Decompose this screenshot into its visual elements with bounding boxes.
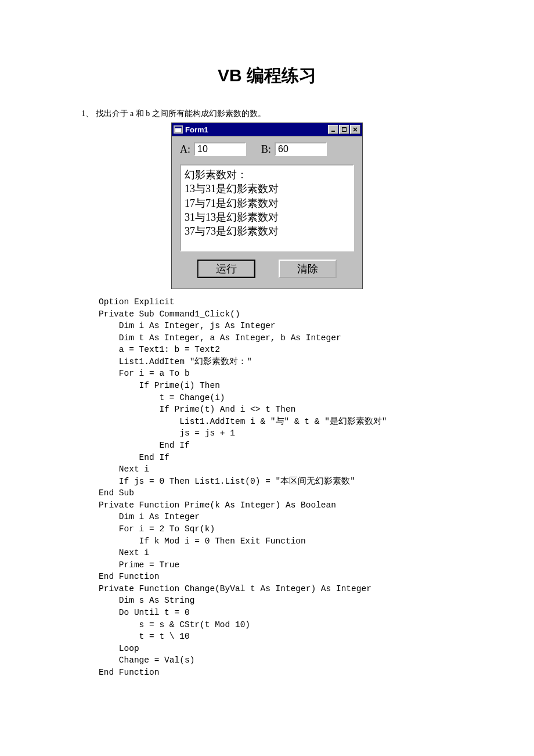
result-listbox[interactable]: 幻影素数对： 13与31是幻影素数对 17与71是幻影素数对 31与13是幻影素…	[180, 164, 354, 251]
list-item: 37与73是幻影素数对	[185, 224, 349, 238]
window-titlebar: Form1	[172, 123, 362, 136]
form-body: A: B: 幻影素数对： 13与31是幻影素数对 17与71是幻影素数对 31与…	[172, 136, 362, 289]
list-item: 幻影素数对：	[185, 168, 349, 182]
run-button[interactable]: 运行	[197, 260, 255, 278]
title-zh: 编程练习	[247, 66, 316, 85]
title-en: VB	[218, 66, 242, 85]
label-a: A:	[180, 143, 190, 156]
page-title: VB 编程练习	[81, 64, 453, 88]
minimize-button[interactable]	[328, 125, 338, 134]
svg-rect-1	[175, 127, 182, 128]
button-row: 运行 清除	[180, 260, 354, 280]
problem-statement: 1、 找出介于 a 和 b 之间所有能构成幻影素数的数。	[81, 109, 453, 119]
input-row: A: B:	[180, 142, 354, 156]
vb-form-window: Form1 A: B:	[171, 123, 363, 289]
input-b[interactable]	[275, 142, 327, 156]
maximize-button[interactable]	[339, 125, 349, 134]
input-a[interactable]	[194, 142, 246, 156]
list-item: 17与71是幻影素数对	[185, 196, 349, 210]
clear-button[interactable]: 清除	[279, 260, 337, 278]
code-listing: Option Explicit Private Sub Command1_Cli…	[81, 296, 453, 679]
list-item: 13与31是幻影素数对	[185, 182, 349, 196]
close-button[interactable]	[350, 125, 360, 134]
svg-rect-2	[331, 131, 335, 132]
label-b: B:	[261, 143, 271, 156]
window-title: Form1	[185, 125, 208, 134]
list-item: 31与13是幻影素数对	[185, 210, 349, 224]
form-icon	[174, 125, 183, 134]
svg-rect-4	[342, 127, 347, 128]
